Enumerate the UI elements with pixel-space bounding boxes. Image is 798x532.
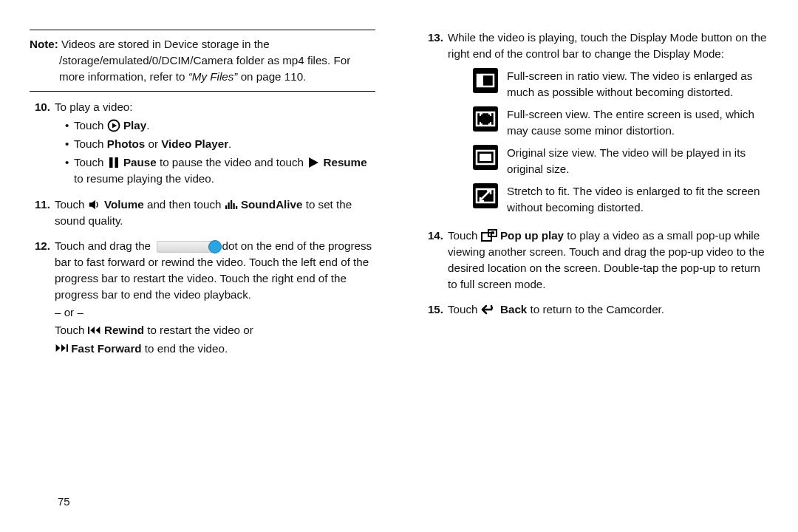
step-13: 13. While the video is playing, touch th… <box>423 30 768 220</box>
step10-b3-post: to resume playing the video. <box>74 172 214 185</box>
left-column: Note: Videos are stored in Device storag… <box>30 30 375 358</box>
back-label: Back <box>500 303 527 316</box>
resume-label: Resume <box>323 156 366 168</box>
progress-slider-icon <box>157 241 216 253</box>
fullscreen-icon <box>473 106 498 132</box>
step-14: 14. Touch Pop up play to play a video as… <box>423 228 768 294</box>
step10-b3-mid: to pause the video and touch <box>160 156 307 168</box>
original-size-icon <box>473 145 498 170</box>
bottom-rule-left <box>30 91 375 92</box>
display-mode-stretch: Stretch to fit. The video is enlarged to… <box>448 183 768 216</box>
video-player-label: Video Player <box>161 137 228 150</box>
back-icon <box>481 304 497 316</box>
step-13-number: 13. <box>423 30 448 220</box>
note-my-files-link: “My Files” <box>188 70 238 83</box>
fullscreen-ratio-icon <box>473 68 498 93</box>
s15-pre: Touch <box>448 303 481 316</box>
rewind-icon <box>88 324 101 337</box>
mode2-text: Full-screen view. The entire screen is u… <box>507 106 768 139</box>
pop-up-play-label: Pop up play <box>500 229 564 242</box>
display-mode-fullscreen: Full-screen view. The entire screen is u… <box>448 106 768 139</box>
volume-label: Volume <box>104 198 144 211</box>
step-12-number: 12. <box>30 238 55 358</box>
note-text-2: on page 110. <box>241 70 307 83</box>
mode3-text: Original size view. The video will be pl… <box>507 145 768 177</box>
s11-pre: Touch <box>55 198 88 211</box>
step10-b2-post: . <box>228 137 231 150</box>
step-11-number: 11. <box>30 197 55 231</box>
fast-forward-label: Fast Forward <box>71 342 141 355</box>
s11-mid: and then touch <box>147 198 225 211</box>
play-label: Play <box>123 119 146 132</box>
step-15: 15. Touch Back to return to the Camcorde… <box>423 301 768 319</box>
step10-b2-mid: or <box>145 137 161 150</box>
volume-icon <box>88 198 101 211</box>
s12-rw-pre: Touch <box>55 324 88 336</box>
mode4-text: Stretch to fit. The video is enlarged to… <box>507 183 768 216</box>
pause-icon <box>107 156 120 169</box>
pop-up-play-icon <box>481 229 497 242</box>
step-10: 10. To play a video: Touch Play. Touch P… <box>30 99 375 189</box>
stretch-fit-icon <box>473 183 498 208</box>
svg-rect-7 <box>236 206 237 209</box>
svg-rect-11 <box>477 75 483 86</box>
step-14-text: Touch Pop up play to play a video as a s… <box>448 228 768 293</box>
rewind-label: Rewind <box>104 324 144 336</box>
top-rule-left <box>30 30 375 30</box>
fast-forward-icon <box>55 341 68 355</box>
svg-rect-6 <box>233 203 234 209</box>
s12-rw-post: to restart the video or <box>147 324 253 336</box>
step-13-text: While the video is playing, touch the Di… <box>448 30 768 62</box>
right-column: 13. While the video is playing, touch th… <box>423 30 768 319</box>
step10-b2-pre: Touch <box>74 137 107 150</box>
soundalive-label: SoundAlive <box>241 198 303 211</box>
s12-pre: Touch and drag the <box>55 239 154 252</box>
display-mode-original: Original size view. The video will be pl… <box>448 145 768 177</box>
step-12-text: Touch and drag the dot on the end of the… <box>55 238 375 303</box>
svg-rect-5 <box>231 200 232 209</box>
step-10-bullet-photos: Touch Photos or Video Player. <box>65 136 375 152</box>
step10-b1-post: . <box>146 119 149 132</box>
pause-label: Pause <box>123 156 157 168</box>
play-circle-icon <box>107 119 120 132</box>
s12-ff-post: to end the video. <box>145 342 228 355</box>
step-12-ff-line: Fast Forward to end the video. <box>55 341 375 357</box>
resume-play-icon <box>307 156 320 169</box>
photos-label: Photos <box>107 137 145 150</box>
step-11-text: Touch Volume and then touch SoundAlive t… <box>55 197 375 229</box>
note-block: Note: Videos are stored in Device storag… <box>30 36 375 85</box>
step-10-number: 10. <box>30 99 55 189</box>
step-11: 11. Touch Volume and then touch SoundAli… <box>30 197 375 231</box>
step-10-bullet-pause: Touch Pause to pause the video and touch… <box>65 154 375 187</box>
step-15-number: 15. <box>423 301 448 319</box>
s15-post: to return to the Camcorder. <box>531 303 665 316</box>
step10-b1-pre: Touch <box>74 119 107 132</box>
step-15-text: Touch Back to return to the Camcorder. <box>448 301 768 318</box>
s14-pre: Touch <box>448 229 481 242</box>
mode1-text: Full-screen in ratio view. The video is … <box>507 68 768 100</box>
svg-rect-3 <box>225 205 227 209</box>
or-separator: – or – <box>55 304 375 321</box>
svg-rect-14 <box>480 154 491 161</box>
svg-rect-9 <box>66 345 68 352</box>
step-14-number: 14. <box>423 228 448 294</box>
equalizer-icon <box>225 198 238 211</box>
step-12: 12. Touch and drag the dot on the end of… <box>30 238 375 358</box>
step-10-intro: To play a video: <box>55 99 375 115</box>
page-number: 75 <box>58 494 70 510</box>
svg-rect-1 <box>109 157 113 168</box>
note-label: Note: <box>30 38 58 50</box>
step10-b3-pre: Touch <box>74 156 107 168</box>
step-12-rewind-line: Touch Rewind to restart the video or <box>55 322 375 338</box>
svg-rect-2 <box>115 157 118 168</box>
step-10-bullet-play: Touch Play. <box>65 117 375 134</box>
display-mode-ratio: Full-screen in ratio view. The video is … <box>448 68 768 100</box>
svg-rect-4 <box>228 202 229 209</box>
svg-rect-8 <box>88 327 89 335</box>
svg-rect-12 <box>477 112 494 126</box>
